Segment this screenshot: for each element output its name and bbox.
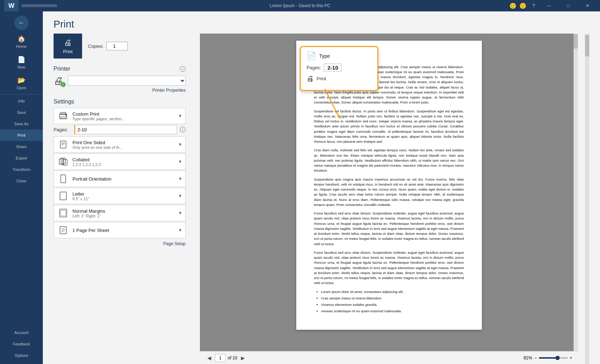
- maximize-button[interactable]: □: [560, 0, 576, 11]
- preview-scrollbar[interactable]: [574, 34, 578, 351]
- preview-panel: Lorem Ipsum Lorem ipsum dolor sit amet, …: [200, 34, 578, 364]
- scrollbar-thumb: [574, 34, 578, 49]
- callout-print-row: 🖨 Print: [307, 75, 372, 83]
- sidebar: ← 🏠 Home 📄 New 📂 Open Info Save Save As …: [0, 11, 43, 364]
- home-icon: 🏠: [17, 35, 25, 43]
- one-sided-arrow: ▼: [178, 142, 182, 147]
- sidebar-item-save-as[interactable]: Save As: [0, 118, 43, 130]
- settings-section-label: Settings: [54, 98, 186, 105]
- sidebar-item-export[interactable]: Export: [0, 152, 43, 164]
- print-button[interactable]: 🖨 Print: [54, 34, 82, 59]
- close-button[interactable]: ✕: [579, 0, 596, 11]
- page-title: Print: [54, 19, 589, 30]
- doc-para-4: Fusce faucibus sed arcu vitae dictum. Su…: [314, 211, 464, 247]
- callout-bubble: 📄 Type Pages: 2-10 🖨 Print: [300, 46, 378, 91]
- sidebar-item-home[interactable]: 🏠 Home: [0, 31, 43, 52]
- sidebar-item-open[interactable]: 📂 Open: [0, 73, 43, 93]
- app-scrollbar-thumb: [585, 35, 589, 56]
- zoom-minus-button[interactable]: −: [534, 355, 537, 360]
- doc-list: Lorem ipsum dolor sit amet, consectetur …: [314, 289, 464, 314]
- svg-rect-2: [61, 117, 66, 118]
- callout-pages-row: Pages: 2-10: [307, 64, 372, 72]
- sidebar-item-options[interactable]: Options: [0, 350, 43, 361]
- svg-rect-1: [61, 112, 66, 115]
- margins-arrow: ▼: [178, 211, 182, 216]
- paper-text: Letter 8.5" x 11": [70, 191, 178, 201]
- collated-icon: [57, 155, 70, 168]
- callout-type-row: 📄 Type: [307, 51, 372, 61]
- pages-info-icon[interactable]: i: [180, 127, 186, 132]
- prev-page-button[interactable]: ◀: [206, 354, 213, 362]
- zoom-slider[interactable]: [539, 357, 568, 359]
- print-header: Print: [43, 11, 600, 34]
- setting-row-pages-per-sheet[interactable]: 1 Page Per Sheet ▼: [54, 222, 186, 238]
- sidebar-item-feedback[interactable]: Feedback: [0, 338, 43, 350]
- doc-para-3: Suspendisse quis magna quis mauris maxim…: [314, 177, 464, 208]
- sidebar-item-new[interactable]: 📄 New: [0, 52, 43, 73]
- sidebar-item-account[interactable]: Account: [0, 327, 43, 338]
- pages-per-sheet-arrow: ▼: [178, 228, 182, 233]
- sidebar-item-transform[interactable]: Transform: [0, 164, 43, 175]
- one-sided-icon: [57, 138, 70, 151]
- setting-row-margins[interactable]: Normal Margins Left: 1" Right: 1" ▼: [54, 205, 186, 221]
- printer-info-icon[interactable]: i: [180, 66, 186, 72]
- sidebar-item-print[interactable]: Print: [0, 130, 43, 141]
- printer-properties-link[interactable]: Printer Properties: [54, 88, 186, 93]
- setting-row-print-type[interactable]: Custom Print Type specific pages, sectio…: [54, 108, 186, 124]
- new-doc-icon: 📄: [17, 56, 25, 64]
- custom-print-arrow: ▼: [178, 113, 182, 118]
- page-nav: ◀ of 10 ▶: [206, 354, 247, 362]
- preview-footer: ◀ of 10 ▶ 81% − +: [200, 351, 578, 364]
- pages-row: Pages: i: [54, 125, 186, 134]
- setting-row-sides[interactable]: Print One Sided Only print on one side o…: [54, 136, 186, 153]
- setting-row-orientation[interactable]: Portrait Orientation ▼: [54, 171, 186, 187]
- sidebar-item-close[interactable]: Close: [0, 175, 43, 187]
- sidebar-item-save[interactable]: Save: [0, 107, 43, 118]
- custom-print-text: Custom Print Type specific pages, sectio…: [70, 111, 178, 121]
- list-item: Vivamus elementum sodales gravida.: [321, 302, 464, 307]
- printer-section-label: Printer i: [54, 66, 186, 72]
- back-button[interactable]: ←: [14, 16, 29, 30]
- print-btn-area: 🖨 Print Copies:: [54, 34, 186, 59]
- help-icon[interactable]: ?: [529, 3, 538, 9]
- zoom-plus-button[interactable]: +: [570, 355, 572, 360]
- pages-input[interactable]: [74, 125, 177, 134]
- printer-select-row: 🖨 ✓: [54, 75, 186, 86]
- callout-container: 📄 Type Pages: 2-10 🖨 Print: [300, 46, 378, 91]
- pages-label: Pages:: [54, 127, 71, 132]
- app-scrollbar[interactable]: [585, 34, 589, 364]
- page-setup-link[interactable]: Page Setup: [54, 241, 186, 246]
- app-body: ← 🏠 Home 📄 New 📂 Open Info Save Save As …: [0, 11, 600, 364]
- page-number-input[interactable]: [215, 354, 226, 362]
- sidebar-divider: [0, 94, 43, 95]
- main-content: Print 🖨 Print Copies: Pri: [43, 11, 600, 364]
- callout-arrow-svg: [321, 89, 364, 125]
- left-panel: 🖨 Print Copies: Printer i 🖨: [54, 34, 186, 364]
- title-bar: W Lorem Ipsum - Saved to this PC 🙂 🙁 ? —…: [0, 0, 600, 11]
- sidebar-item-share[interactable]: Share: [0, 141, 43, 152]
- custom-print-icon: [57, 110, 70, 122]
- page-total: of 10: [228, 355, 237, 360]
- svg-rect-12: [60, 192, 66, 200]
- setting-row-paper[interactable]: Letter 8.5" x 11" ▼: [54, 188, 186, 204]
- zoom-slider-thumb: [555, 356, 560, 360]
- pages-per-sheet-icon: [57, 224, 70, 237]
- margins-text: Normal Margins Left: 1" Right: 1": [70, 208, 178, 218]
- callout-doc-icon: 📄: [307, 51, 316, 61]
- callout-printer-icon: 🖨: [307, 75, 314, 83]
- doc-preview: Lorem Ipsum Lorem ipsum dolor sit amet, …: [200, 34, 578, 351]
- copies-input[interactable]: [106, 42, 128, 50]
- copies-area: Copies:: [88, 42, 128, 50]
- zoom-area: 81% − +: [524, 355, 572, 360]
- minimize-button[interactable]: —: [541, 0, 557, 11]
- title-bar-controls: 🙂 🙁 ? — □ ✕: [509, 0, 596, 11]
- paper-icon: [57, 189, 70, 202]
- next-page-button[interactable]: ▶: [240, 354, 247, 362]
- setting-row-collated[interactable]: Collated 1,2,3 1,2,3 1,2,3 ▼: [54, 153, 186, 170]
- printer-select[interactable]: [68, 76, 186, 86]
- window-title: Lorem Ipsum - Saved to this PC: [269, 3, 330, 8]
- svg-point-3: [65, 115, 67, 116]
- orientation-arrow: ▼: [178, 176, 182, 181]
- doc-para-5: Fusce faucibus sed arcu vitae dictum. Su…: [314, 250, 464, 286]
- sidebar-item-info[interactable]: Info: [0, 95, 43, 107]
